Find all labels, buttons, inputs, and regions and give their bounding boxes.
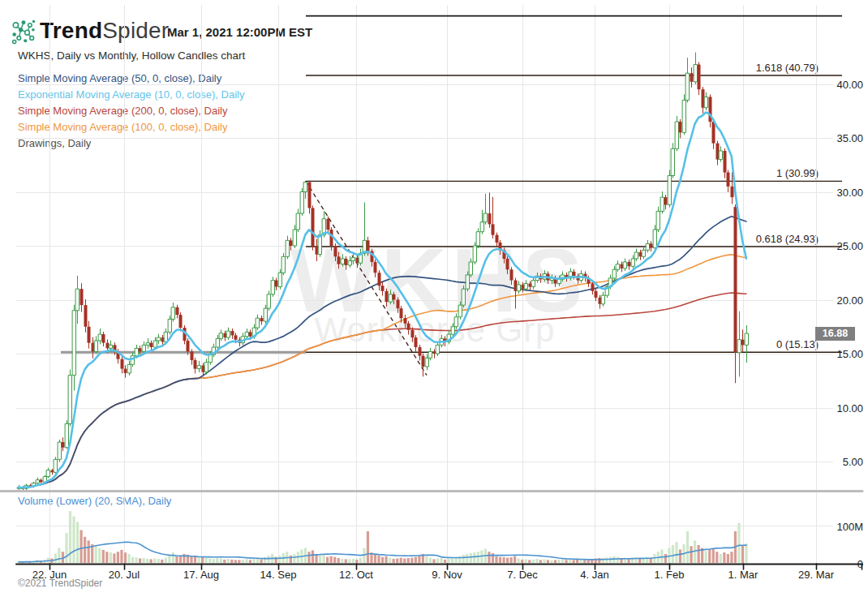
chart-canvas[interactable]: [0, 0, 868, 597]
trendspider-chart-window: WKHS Workhorse Grp TrendSpider Mar 1, 20…: [0, 0, 868, 597]
last-price-badge: 16.88: [815, 327, 855, 341]
